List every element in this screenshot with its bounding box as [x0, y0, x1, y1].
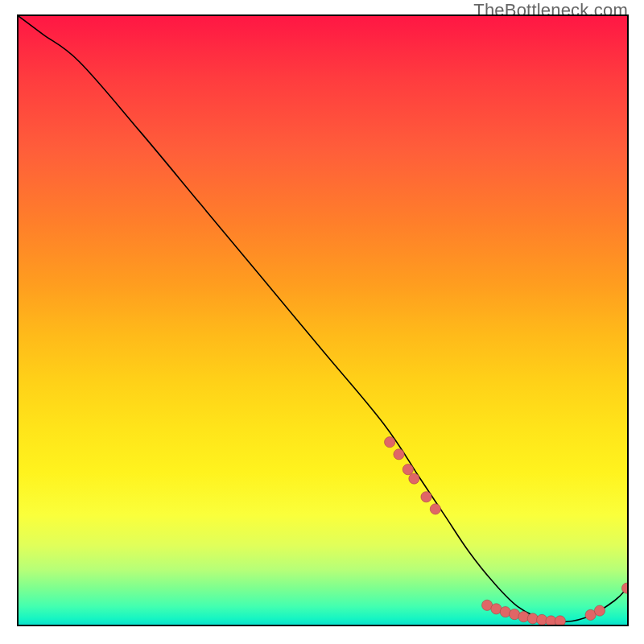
chart-stage: TheBottleneck.com	[0, 0, 644, 644]
gradient-background	[19, 16, 627, 625]
plot-area	[17, 14, 629, 626]
